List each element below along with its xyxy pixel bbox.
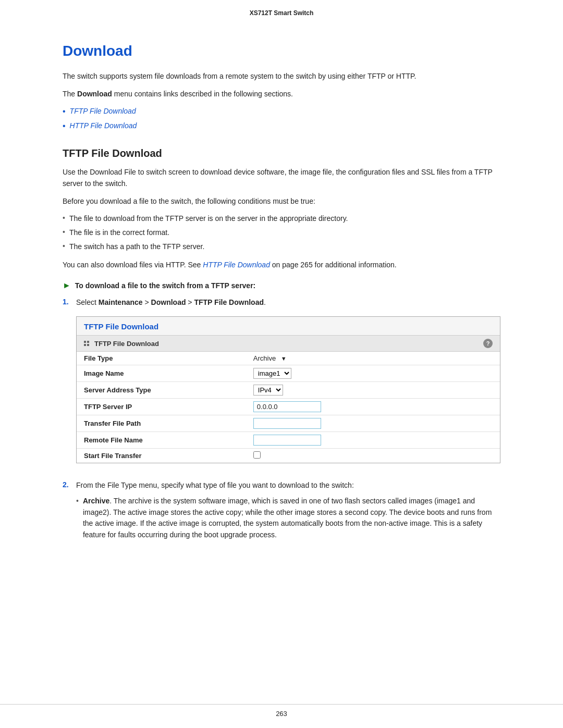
arrow-icon: ► [63,281,71,290]
image-name-label: Image Name [77,365,246,382]
step2-items: • Archive. The archive is the system sof… [76,496,500,541]
intro-paragraph-1: The switch supports system file download… [63,71,500,82]
step-2-number: 2. [63,480,74,489]
step-1-instruction: Select Maintenance > Download > TFTP Fil… [76,297,500,309]
transfer-file-path-label: Transfer File Path [77,415,246,432]
table-row: TFTP Server IP [77,399,500,415]
content-area: Download The switch supports system file… [0,22,563,584]
section1-desc1: Use the Download File to switch screen t… [63,167,500,189]
tftp-server-ip-value [246,399,500,415]
server-address-type-label: Server Address Type [77,382,246,399]
header-title: XS712T Smart Switch [250,9,314,17]
list-item: • HTTP File Download [63,120,500,132]
table-row: Transfer File Path [77,415,500,432]
grid-icon [84,341,89,346]
page-title: Download [63,43,500,59]
start-file-transfer-value [246,449,500,463]
page-footer: 263 [0,704,563,718]
tftp-server-ip-label: TFTP Server IP [77,399,246,415]
server-address-select[interactable]: IPv4 IPv6 [253,385,283,396]
step-1-content: Select Maintenance > Download > TFTP Fil… [76,297,500,473]
step-2-content: From the File Type menu, specify what ty… [76,480,500,545]
procedure-title-container: ► To download a file to the switch from … [63,280,500,292]
remote-file-name-input[interactable] [253,435,321,446]
bullet-icon: • [63,241,65,252]
page-header: XS712T Smart Switch [0,0,563,22]
http-link-inline[interactable]: HTTP File Download [203,261,270,269]
intro2-suffix: menu contains links described in the fol… [112,90,293,98]
tftp-link[interactable]: TFTP File Download [70,106,136,117]
step-1: 1. Select Maintenance > Download > TFTP … [63,297,500,473]
maintenance-bold: Maintenance [99,298,143,306]
condition-item-1: • The file to download from the TFTP ser… [63,213,500,225]
transfer-file-path-value [246,415,500,432]
dropdown-arrow[interactable]: ▼ [281,355,287,362]
section1-desc3: You can also download files via HTTP. Se… [63,260,500,271]
section1-desc2: Before you download a file to the switch… [63,196,500,207]
bullet-icon: • [63,227,65,238]
page-number: 263 [276,710,287,718]
tftp-panel-header: TFTP File Download ? [77,336,500,352]
tftp-header-label: TFTP File Download [84,340,159,348]
link-list: • TFTP File Download • HTTP File Downloa… [63,106,500,132]
remote-file-name-label: Remote File Name [77,432,246,449]
archive-item: • Archive. The archive is the system sof… [76,496,500,541]
condition-item-2: • The file is in the correct format. [63,227,500,239]
table-row: Image Name image1 image2 [77,365,500,382]
download-bold-2: Download [151,298,186,306]
tftp-panel-title: TFTP File Download [77,317,500,336]
image-name-select[interactable]: image1 image2 [253,368,291,379]
bullet-icon: • [63,106,66,117]
file-type-label: File Type [77,352,246,365]
tftp-table: File Type Archive ▼ Image Name image1 [77,352,500,463]
tftp-panel: TFTP File Download TFTP File Download ? … [76,316,500,463]
procedure-title: To download a file to the switch from a … [75,280,255,292]
condition-item-3: • The switch has a path to the TFTP serv… [63,241,500,253]
intro-paragraph-2: The Download menu contains links describ… [63,89,500,100]
step-2: 2. From the File Type menu, specify what… [63,480,500,545]
download-bold: Download [77,90,112,98]
server-address-type-value: IPv4 IPv6 [246,382,500,399]
table-row: Server Address Type IPv4 IPv6 [77,382,500,399]
tftp-server-ip-input[interactable] [253,401,321,412]
conditions-list: • The file to download from the TFTP ser… [63,213,500,252]
list-item: • TFTP File Download [63,106,500,117]
image-name-value: image1 image2 [246,365,500,382]
sub-bullet-icon: • [76,496,79,507]
step-1-number: 1. [63,298,74,306]
table-row: Remote File Name [77,432,500,449]
section1-title: TFTP File Download [63,147,500,159]
file-type-value: Archive ▼ [246,352,500,365]
tftp-bold: TFTP File Download [194,298,264,306]
start-file-transfer-label: Start File Transfer [77,449,246,463]
start-file-transfer-checkbox[interactable] [253,451,261,459]
bullet-icon: • [63,120,66,132]
bullet-icon: • [63,213,65,224]
help-icon[interactable]: ? [483,339,493,348]
archive-text: Archive. The archive is the system softw… [83,496,500,541]
table-row: File Type Archive ▼ [77,352,500,365]
http-link[interactable]: HTTP File Download [70,120,137,132]
archive-bold: Archive [83,497,109,505]
remote-file-name-value [246,432,500,449]
transfer-file-path-input[interactable] [253,418,321,429]
step-2-instruction: From the File Type menu, specify what ty… [76,480,500,491]
table-row: Start File Transfer [77,449,500,463]
